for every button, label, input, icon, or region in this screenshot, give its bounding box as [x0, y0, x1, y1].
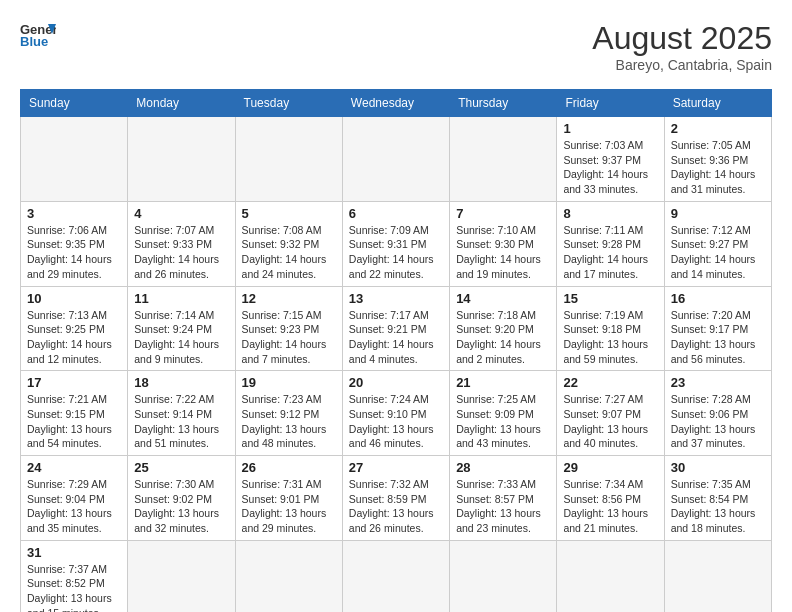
calendar-cell: 28Sunrise: 7:33 AM Sunset: 8:57 PM Dayli… — [450, 456, 557, 541]
calendar-cell: 24Sunrise: 7:29 AM Sunset: 9:04 PM Dayli… — [21, 456, 128, 541]
day-number: 26 — [242, 460, 336, 475]
day-number: 25 — [134, 460, 228, 475]
weekday-header-monday: Monday — [128, 90, 235, 117]
day-info: Sunrise: 7:18 AM Sunset: 9:20 PM Dayligh… — [456, 308, 550, 367]
day-info: Sunrise: 7:15 AM Sunset: 9:23 PM Dayligh… — [242, 308, 336, 367]
calendar-week-3: 10Sunrise: 7:13 AM Sunset: 9:25 PM Dayli… — [21, 286, 772, 371]
calendar-cell: 2Sunrise: 7:05 AM Sunset: 9:36 PM Daylig… — [664, 117, 771, 202]
calendar-week-4: 17Sunrise: 7:21 AM Sunset: 9:15 PM Dayli… — [21, 371, 772, 456]
calendar-cell: 11Sunrise: 7:14 AM Sunset: 9:24 PM Dayli… — [128, 286, 235, 371]
day-info: Sunrise: 7:28 AM Sunset: 9:06 PM Dayligh… — [671, 392, 765, 451]
day-info: Sunrise: 7:22 AM Sunset: 9:14 PM Dayligh… — [134, 392, 228, 451]
calendar-cell — [557, 540, 664, 612]
calendar-cell: 6Sunrise: 7:09 AM Sunset: 9:31 PM Daylig… — [342, 201, 449, 286]
day-info: Sunrise: 7:29 AM Sunset: 9:04 PM Dayligh… — [27, 477, 121, 536]
calendar-cell: 4Sunrise: 7:07 AM Sunset: 9:33 PM Daylig… — [128, 201, 235, 286]
day-info: Sunrise: 7:27 AM Sunset: 9:07 PM Dayligh… — [563, 392, 657, 451]
day-number: 22 — [563, 375, 657, 390]
calendar-cell: 30Sunrise: 7:35 AM Sunset: 8:54 PM Dayli… — [664, 456, 771, 541]
calendar-cell: 8Sunrise: 7:11 AM Sunset: 9:28 PM Daylig… — [557, 201, 664, 286]
calendar-cell — [235, 117, 342, 202]
day-number: 13 — [349, 291, 443, 306]
day-info: Sunrise: 7:03 AM Sunset: 9:37 PM Dayligh… — [563, 138, 657, 197]
svg-text:Blue: Blue — [20, 34, 48, 48]
day-number: 2 — [671, 121, 765, 136]
day-number: 1 — [563, 121, 657, 136]
weekday-header-sunday: Sunday — [21, 90, 128, 117]
day-number: 6 — [349, 206, 443, 221]
calendar-cell — [128, 540, 235, 612]
day-info: Sunrise: 7:09 AM Sunset: 9:31 PM Dayligh… — [349, 223, 443, 282]
day-info: Sunrise: 7:13 AM Sunset: 9:25 PM Dayligh… — [27, 308, 121, 367]
day-number: 29 — [563, 460, 657, 475]
calendar-cell: 26Sunrise: 7:31 AM Sunset: 9:01 PM Dayli… — [235, 456, 342, 541]
day-info: Sunrise: 7:19 AM Sunset: 9:18 PM Dayligh… — [563, 308, 657, 367]
calendar-cell: 18Sunrise: 7:22 AM Sunset: 9:14 PM Dayli… — [128, 371, 235, 456]
day-info: Sunrise: 7:30 AM Sunset: 9:02 PM Dayligh… — [134, 477, 228, 536]
day-info: Sunrise: 7:24 AM Sunset: 9:10 PM Dayligh… — [349, 392, 443, 451]
title-block: August 2025 Bareyo, Cantabria, Spain — [592, 20, 772, 73]
weekday-header-friday: Friday — [557, 90, 664, 117]
day-number: 31 — [27, 545, 121, 560]
day-number: 23 — [671, 375, 765, 390]
day-number: 28 — [456, 460, 550, 475]
day-info: Sunrise: 7:23 AM Sunset: 9:12 PM Dayligh… — [242, 392, 336, 451]
day-number: 8 — [563, 206, 657, 221]
day-info: Sunrise: 7:35 AM Sunset: 8:54 PM Dayligh… — [671, 477, 765, 536]
calendar-cell: 14Sunrise: 7:18 AM Sunset: 9:20 PM Dayli… — [450, 286, 557, 371]
day-number: 16 — [671, 291, 765, 306]
day-number: 5 — [242, 206, 336, 221]
calendar-cell: 17Sunrise: 7:21 AM Sunset: 9:15 PM Dayli… — [21, 371, 128, 456]
calendar-cell — [21, 117, 128, 202]
calendar-cell: 16Sunrise: 7:20 AM Sunset: 9:17 PM Dayli… — [664, 286, 771, 371]
day-info: Sunrise: 7:05 AM Sunset: 9:36 PM Dayligh… — [671, 138, 765, 197]
weekday-header-thursday: Thursday — [450, 90, 557, 117]
day-number: 10 — [27, 291, 121, 306]
calendar-cell — [235, 540, 342, 612]
day-number: 27 — [349, 460, 443, 475]
calendar-cell: 9Sunrise: 7:12 AM Sunset: 9:27 PM Daylig… — [664, 201, 771, 286]
calendar-cell: 15Sunrise: 7:19 AM Sunset: 9:18 PM Dayli… — [557, 286, 664, 371]
day-info: Sunrise: 7:37 AM Sunset: 8:52 PM Dayligh… — [27, 562, 121, 612]
calendar-cell — [450, 117, 557, 202]
logo-icon: General Blue — [20, 20, 56, 48]
day-info: Sunrise: 7:06 AM Sunset: 9:35 PM Dayligh… — [27, 223, 121, 282]
weekday-header-wednesday: Wednesday — [342, 90, 449, 117]
calendar-cell — [342, 540, 449, 612]
day-number: 4 — [134, 206, 228, 221]
calendar-table: SundayMondayTuesdayWednesdayThursdayFrid… — [20, 89, 772, 612]
day-number: 14 — [456, 291, 550, 306]
calendar-cell: 31Sunrise: 7:37 AM Sunset: 8:52 PM Dayli… — [21, 540, 128, 612]
page-header: General Blue August 2025 Bareyo, Cantabr… — [20, 20, 772, 73]
day-number: 18 — [134, 375, 228, 390]
day-info: Sunrise: 7:31 AM Sunset: 9:01 PM Dayligh… — [242, 477, 336, 536]
calendar-cell: 7Sunrise: 7:10 AM Sunset: 9:30 PM Daylig… — [450, 201, 557, 286]
day-info: Sunrise: 7:11 AM Sunset: 9:28 PM Dayligh… — [563, 223, 657, 282]
day-info: Sunrise: 7:17 AM Sunset: 9:21 PM Dayligh… — [349, 308, 443, 367]
day-number: 11 — [134, 291, 228, 306]
day-info: Sunrise: 7:32 AM Sunset: 8:59 PM Dayligh… — [349, 477, 443, 536]
day-info: Sunrise: 7:33 AM Sunset: 8:57 PM Dayligh… — [456, 477, 550, 536]
day-info: Sunrise: 7:12 AM Sunset: 9:27 PM Dayligh… — [671, 223, 765, 282]
day-info: Sunrise: 7:34 AM Sunset: 8:56 PM Dayligh… — [563, 477, 657, 536]
calendar-cell: 22Sunrise: 7:27 AM Sunset: 9:07 PM Dayli… — [557, 371, 664, 456]
day-number: 15 — [563, 291, 657, 306]
calendar-cell — [128, 117, 235, 202]
calendar-cell: 13Sunrise: 7:17 AM Sunset: 9:21 PM Dayli… — [342, 286, 449, 371]
weekday-header-saturday: Saturday — [664, 90, 771, 117]
calendar-cell: 23Sunrise: 7:28 AM Sunset: 9:06 PM Dayli… — [664, 371, 771, 456]
calendar-cell: 25Sunrise: 7:30 AM Sunset: 9:02 PM Dayli… — [128, 456, 235, 541]
day-info: Sunrise: 7:07 AM Sunset: 9:33 PM Dayligh… — [134, 223, 228, 282]
calendar-cell: 10Sunrise: 7:13 AM Sunset: 9:25 PM Dayli… — [21, 286, 128, 371]
calendar-body: 1Sunrise: 7:03 AM Sunset: 9:37 PM Daylig… — [21, 117, 772, 613]
day-info: Sunrise: 7:25 AM Sunset: 9:09 PM Dayligh… — [456, 392, 550, 451]
calendar-cell: 21Sunrise: 7:25 AM Sunset: 9:09 PM Dayli… — [450, 371, 557, 456]
calendar-week-1: 1Sunrise: 7:03 AM Sunset: 9:37 PM Daylig… — [21, 117, 772, 202]
calendar-week-2: 3Sunrise: 7:06 AM Sunset: 9:35 PM Daylig… — [21, 201, 772, 286]
day-number: 17 — [27, 375, 121, 390]
day-info: Sunrise: 7:14 AM Sunset: 9:24 PM Dayligh… — [134, 308, 228, 367]
location-subtitle: Bareyo, Cantabria, Spain — [592, 57, 772, 73]
day-info: Sunrise: 7:08 AM Sunset: 9:32 PM Dayligh… — [242, 223, 336, 282]
day-number: 9 — [671, 206, 765, 221]
calendar-cell: 29Sunrise: 7:34 AM Sunset: 8:56 PM Dayli… — [557, 456, 664, 541]
